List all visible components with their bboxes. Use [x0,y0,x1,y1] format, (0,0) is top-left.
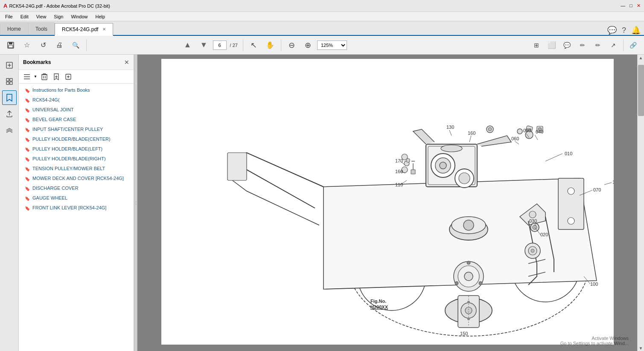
sidebar-layers-button[interactable] [2,123,17,137]
bookmark-item-front-link[interactable]: 🔖 FRONT LINK LEVER [RCK54-24G] [19,203,134,213]
link-button[interactable]: 🔗 [626,38,641,52]
markup-button[interactable]: ✏ [575,38,590,52]
svg-text:040: 040 [536,129,543,134]
cursor-tool-button[interactable]: ↖ [247,38,261,52]
bookmark-label-pulley-left: PULLEY HOLDER/BLADE(LEFT) [32,146,102,152]
scroll-down-button[interactable]: ▼ [638,345,644,351]
comment-button[interactable]: 💬 [560,38,574,52]
svg-text:150: 150 [460,331,468,336]
bookmarks-menu-button[interactable] [21,72,32,82]
maximize-button[interactable]: □ [629,3,632,9]
bookmark-item-pulley-right[interactable]: 🔖 PULLEY HOLDER/BLADE(RIGHT) [19,154,134,164]
sidebar-create-button[interactable] [2,58,17,73]
panel-resize-handle[interactable]: ⋮ [134,55,137,351]
expand-bookmarks-button[interactable] [63,72,74,82]
bookmark-item-input[interactable]: 🔖 INPUT SHAFT/CENTER PULLEY [19,125,134,134]
chat-icon[interactable]: 💬 [607,26,617,35]
bookmark-label-gauge: GAUGE WHEEL [32,195,67,201]
svg-rect-2 [9,45,13,48]
svg-point-40 [464,272,473,281]
page-number-input[interactable]: 6 [213,41,227,50]
bookmark-item-discharge[interactable]: 🔖 DISCHARGE COVER [19,183,134,193]
print-button[interactable]: 🖨 [52,38,67,52]
bookmark-item-universal[interactable]: 🔖 UNIVERSAL JOINT [19,105,134,115]
help-icon[interactable]: ? [622,26,626,35]
bookmark-icon-10: 🔖 [25,176,30,182]
menu-file[interactable]: File [2,13,16,20]
tool-icon-2[interactable]: ⬜ [545,38,559,52]
sidebar-bookmarks-button[interactable] [2,90,17,105]
tab-tools[interactable]: Tools [28,22,55,35]
tab-home[interactable]: Home [0,22,28,35]
hand-tool-button[interactable]: ✋ [263,38,277,52]
toolbar-separator-1 [86,39,87,51]
svg-text:170: 170 [395,158,403,163]
menu-edit[interactable]: Edit [17,13,32,20]
app-icon: A [3,3,7,9]
bookmarks-dropdown-arrow[interactable]: ▼ [33,74,38,79]
bookmark-star-button[interactable]: ☆ [20,38,34,52]
tab-close-button[interactable]: ✕ [102,27,106,32]
pdf-page: 010 020 030 040 050 060 [161,59,614,345]
zoom-out-button[interactable]: ⊖ [285,38,299,52]
right-scrollbar[interactable]: ▲ ▼ [637,55,644,351]
bookmark-label-bevel: BEVEL GEAR CASE [32,116,76,122]
tab-pdf[interactable]: RCK54-24G.pdf ✕ [55,23,113,36]
bookmark-label-input: INPUT SHAFT/CENTER PULLEY [32,126,103,132]
highlight-button[interactable]: ✏ [591,38,605,52]
svg-point-71 [465,307,472,314]
save-button[interactable] [3,38,18,52]
close-button[interactable]: ✕ [637,3,641,9]
bookmark-icon-4: 🔖 [25,117,30,123]
bookmark-item-tension[interactable]: 🔖 TENSION PULLEY/MOWER BELT [19,164,134,174]
bookmark-item-gauge[interactable]: 🔖 GAUGE WHEEL [19,193,134,203]
menu-help[interactable]: Help [92,13,109,20]
next-page-button[interactable]: ▼ [197,38,211,52]
svg-point-43 [455,281,458,285]
svg-text:Fig.No.: Fig.No. [370,299,386,304]
svg-text:020: 020 [540,232,548,237]
bookmarks-title: Bookmarks [23,59,51,65]
sidebar-organize-button[interactable] [2,74,17,89]
prev-page-button[interactable]: ▲ [181,38,195,52]
bookmark-icon: 🔖 [25,88,30,93]
zoom-in-button[interactable]: ⊕ [301,38,315,52]
tool-icon-1[interactable]: ⊞ [529,38,544,52]
sidebar-attach-button[interactable] [2,107,17,121]
pdf-viewer[interactable]: 010 020 030 040 050 060 [137,55,637,351]
main-layout: Bookmarks ✕ ▼ 🔖 Instructions [0,55,644,351]
zoom-select[interactable]: 125% 100% 75% 150% [317,41,347,50]
tab-bar: Home Tools RCK54-24G.pdf ✕ 💬 ? 🔔 [0,21,644,36]
bookmark-item-rck[interactable]: 🔖 RCK54-24G( [19,95,134,105]
minimize-button[interactable]: — [621,3,625,9]
svg-point-73 [467,301,470,303]
tab-pdf-label: RCK54-24G.pdf [62,26,98,32]
bookmark-item-pulley-left[interactable]: 🔖 PULLEY HOLDER/BLADE(LEFT) [19,144,134,154]
notification-icon[interactable]: 🔔 [631,26,641,35]
bookmark-item-instructions[interactable]: 🔖 Instructions for Parts Books [19,85,134,95]
svg-line-85 [515,141,519,144]
svg-point-67 [531,249,534,252]
bookmark-label-pulley-center: PULLEY HOLDER/BLADE(CENTER) [32,136,111,142]
toolbar-separator-3 [281,39,281,51]
bookmark-item-bevel[interactable]: 🔖 BEVEL GEAR CASE [19,115,134,125]
bookmark-item-pulley-center[interactable]: 🔖 PULLEY HOLDER/BLADE(CENTER) [19,134,134,144]
refresh-button[interactable]: ↺ [36,38,50,52]
scrollbar-thumb[interactable] [638,65,644,116]
add-bookmark-button[interactable] [51,72,62,82]
menu-window[interactable]: Window [67,13,91,20]
svg-rect-9 [10,82,12,84]
bookmark-icon-5: 🔖 [25,127,30,133]
share-button[interactable]: ↗ [606,38,621,52]
bookmarks-close-button[interactable]: ✕ [124,59,129,66]
svg-text:110: 110 [395,182,403,187]
menu-view[interactable]: View [33,13,50,20]
search-button[interactable]: 🔍 [68,38,83,52]
scroll-up-button[interactable]: ▲ [638,55,644,61]
bookmarks-menu-dropdown[interactable]: ▼ [21,72,38,82]
bookmark-item-deck[interactable]: 🔖 MOWER DECK AND COVER [RCK54-24G] [19,174,134,183]
delete-bookmark-button[interactable] [39,72,50,82]
menu-sign[interactable]: Sign [50,13,67,20]
bookmark-icon-7: 🔖 [25,147,30,152]
svg-text:060: 060 [511,136,519,141]
